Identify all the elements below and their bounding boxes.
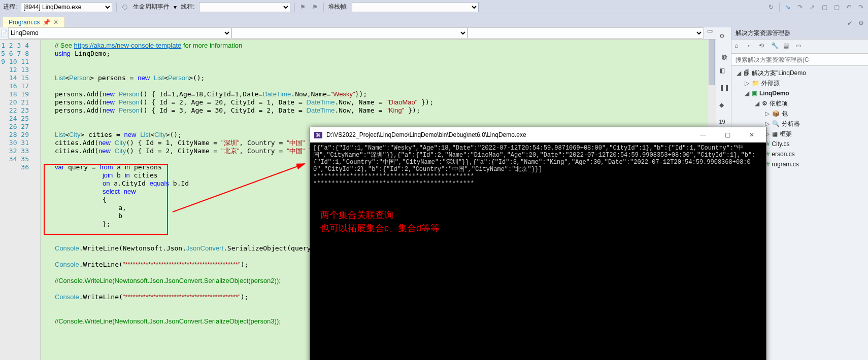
thread-label: 线程: xyxy=(181,3,194,11)
close-icon[interactable]: ✕ xyxy=(53,19,58,26)
maximize-button[interactable]: ▢ xyxy=(717,131,738,138)
code-editor: 📄 LinqDemo ▭ 1 2 3 4 5 6 7 8 9 10 11 12 … xyxy=(0,27,716,360)
split-icon[interactable]: ▭ xyxy=(704,27,716,39)
deps-icon: ⚙ xyxy=(762,100,767,107)
type-combo[interactable] xyxy=(231,27,468,39)
pause-icon[interactable]: ❚❚ xyxy=(719,84,728,93)
dependencies-node[interactable]: ◢⚙依赖项 xyxy=(731,98,868,109)
analyzer-icon: 🔍 xyxy=(772,120,780,127)
annotation-text: 两个集合关联查询 也可以拓展集合c、集合d等等 xyxy=(320,208,440,235)
line-number-gutter: 1 2 3 4 5 6 7 8 9 10 11 12 13 14 15 16 1… xyxy=(0,40,41,360)
tool-icon[interactable]: 🔧 xyxy=(771,42,780,51)
home-icon[interactable]: ⌂ xyxy=(735,42,744,51)
gear-icon[interactable]: ⚙ xyxy=(857,19,865,27)
svg-point-0 xyxy=(123,5,127,9)
solution-explorer-title: 解决方案资源管理器 xyxy=(731,27,868,40)
console-titlebar[interactable]: ⌘ D:\VS2022_Project\LinqDemo\LinqDemo\bi… xyxy=(310,127,766,142)
console-output[interactable]: [{"a":{"Id":1,"Name":"Wesky","Age":18,"D… xyxy=(310,142,766,189)
lifecycle-label: 生命周期事件 xyxy=(133,3,170,11)
stackframe-selector[interactable] xyxy=(352,2,479,12)
document-tabs: Program.cs 📌 ✕ ✔ ⚙ xyxy=(0,14,868,27)
process-label: 进程: xyxy=(3,3,17,11)
solution-explorer-toolbar: ⌂ ← ⟲ 🔧 ▤ ▭ xyxy=(731,40,868,54)
solution-search-input[interactable] xyxy=(731,54,868,65)
debug-toolbar: 进程: [8944] LinqDemo.exe 生命周期事件 ▾ 线程: ⚑ ⚑… xyxy=(0,0,868,14)
console-window: ⌘ D:\VS2022_Project\LinqDemo\LinqDemo\bi… xyxy=(310,127,766,360)
tab-label: Program.cs xyxy=(9,19,40,26)
project-node[interactable]: ◢▣LinqDemo xyxy=(731,88,868,98)
external-sources-node[interactable]: ▷📁外部源 xyxy=(731,78,868,88)
properties-icon[interactable]: ▭ xyxy=(795,42,805,51)
chart-icon[interactable]: ◧ xyxy=(719,67,728,76)
step-over-icon[interactable]: ↷ xyxy=(796,3,804,11)
back-icon[interactable]: ← xyxy=(747,42,756,51)
bookmark-icon[interactable]: ▢ xyxy=(820,3,828,11)
diagnostics-gear-icon[interactable]: ⚙ xyxy=(719,32,728,42)
health-indicator-icon[interactable]: ✔ xyxy=(846,19,854,27)
member-combo[interactable] xyxy=(468,27,704,39)
minimize-button[interactable]: — xyxy=(693,131,713,138)
step-out-icon[interactable]: ↗ xyxy=(808,3,816,11)
flag2-icon[interactable]: ⚑ xyxy=(311,3,319,11)
solution-root-node[interactable]: ◢🗐解决方案"LinqDemo xyxy=(731,68,868,78)
solution-icon: 🗐 xyxy=(744,69,750,77)
console-title-text: D:\VS2022_Project\LinqDemo\LinqDemo\bin\… xyxy=(326,131,526,138)
close-button[interactable]: ✕ xyxy=(742,131,762,138)
csproj-icon: ▣ xyxy=(752,90,757,97)
showall-icon[interactable]: ▤ xyxy=(783,42,792,51)
sync-icon[interactable]: ⟲ xyxy=(759,42,768,51)
packages-node[interactable]: ▷📦包 xyxy=(731,109,868,119)
diagnostics-label: 诊断 xyxy=(719,50,728,59)
stackframe-label: 堆栈帧: xyxy=(328,3,348,11)
solution-search[interactable] xyxy=(731,54,868,66)
flag-icon[interactable]: ⚑ xyxy=(299,3,307,11)
bookmark2-icon[interactable]: ▢ xyxy=(832,3,841,11)
marker-icon[interactable]: ◆ xyxy=(719,101,728,111)
process-selector[interactable]: [8944] LinqDemo.exe xyxy=(21,2,112,12)
folder-icon: 📁 xyxy=(752,80,759,87)
package-icon: 📦 xyxy=(772,110,780,117)
project-combo[interactable]: LinqDemo xyxy=(8,27,231,39)
step-into-icon[interactable]: ↘ xyxy=(784,3,792,11)
thread-selector[interactable] xyxy=(199,2,290,12)
tab-program-cs[interactable]: Program.cs 📌 ✕ xyxy=(2,17,65,27)
framework-icon: ▦ xyxy=(772,130,778,137)
step-icon[interactable]: ↶ xyxy=(845,3,853,11)
lifecycle-event-icon[interactable] xyxy=(121,3,129,11)
console-app-icon: ⌘ xyxy=(314,132,322,138)
refresh-icon[interactable]: ↻ xyxy=(767,3,775,11)
pin-icon[interactable]: 📌 xyxy=(43,19,50,26)
csharp-file-icon: 📄 xyxy=(0,27,8,39)
step2-icon[interactable]: ↷ xyxy=(857,3,865,11)
